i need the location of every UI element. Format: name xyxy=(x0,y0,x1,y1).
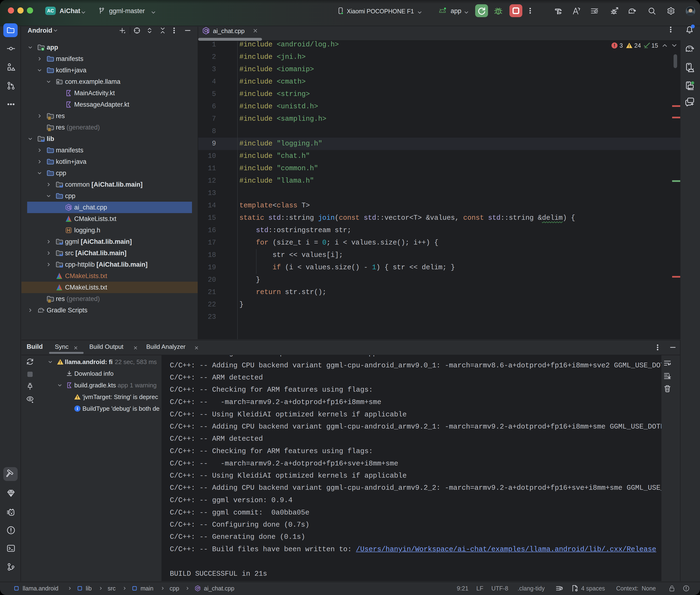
svg-text:C: C xyxy=(196,587,199,590)
svg-text:C: C xyxy=(67,205,70,210)
svg-text:C: C xyxy=(204,28,207,33)
